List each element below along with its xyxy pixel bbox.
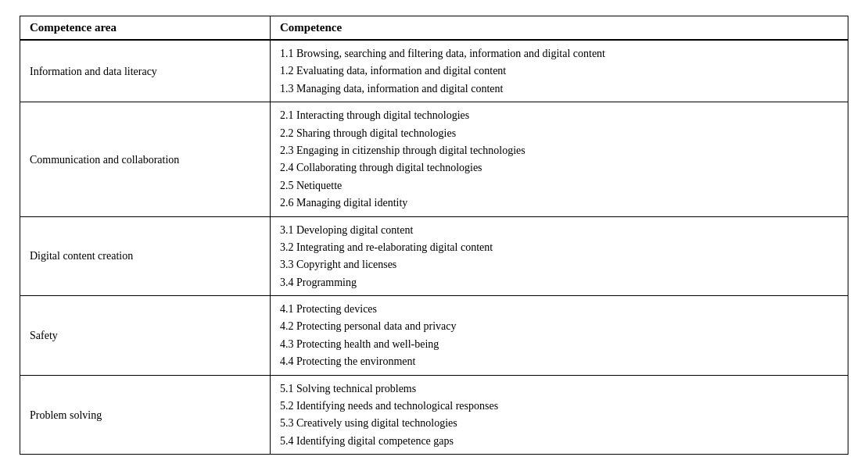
competence-item: 2.5 Netiquette	[280, 177, 838, 195]
competence-item: 2.2 Sharing through digital technologies	[280, 125, 838, 142]
competence-list-cell: 4.1 Protecting devices4.2 Protecting per…	[271, 296, 848, 376]
competence-list-cell: 2.1 Interacting through digital technolo…	[271, 102, 848, 216]
table-row: Communication and collaboration2.1 Inter…	[20, 102, 848, 216]
competence-item: 2.6 Managing digital identity	[280, 195, 838, 212]
table-row: Problem solving5.1 Solving technical pro…	[20, 375, 848, 455]
competence-list-cell: 5.1 Solving technical problems5.2 Identi…	[271, 375, 848, 455]
competence-item: 2.1 Interacting through digital technolo…	[280, 107, 838, 124]
competence-item: 3.1 Developing digital content	[280, 222, 838, 239]
competence-area-cell: Digital content creation	[20, 216, 271, 296]
main-table-container: Competence area Competence Information a…	[20, 16, 848, 455]
table-header-row: Competence area Competence	[20, 16, 848, 41]
competence-area-cell: Safety	[20, 296, 271, 376]
header-competence: Competence	[271, 16, 848, 41]
competence-area-cell: Communication and collaboration	[20, 102, 271, 216]
table-row: Information and data literacy1.1 Browsin…	[20, 40, 848, 102]
competence-item: 1.2 Evaluating data, information and dig…	[280, 62, 838, 80]
competence-item: 4.1 Protecting devices	[280, 301, 838, 318]
competence-list-cell: 1.1 Browsing, searching and filtering da…	[271, 40, 848, 102]
competence-item: 5.4 Identifying digital competence gaps	[280, 433, 838, 450]
competence-list-cell: 3.1 Developing digital content3.2 Integr…	[271, 216, 848, 296]
competence-item: 1.1 Browsing, searching and filtering da…	[280, 45, 838, 62]
competence-item: 2.3 Engaging in citizenship through digi…	[280, 142, 838, 159]
competence-table: Competence area Competence Information a…	[20, 16, 848, 455]
competence-item: 3.4 Programming	[280, 274, 838, 291]
competence-item: 4.4 Protecting the environment	[280, 353, 838, 370]
competence-item: 5.1 Solving technical problems	[280, 380, 838, 398]
competence-item: 3.3 Copyright and licenses	[280, 256, 838, 273]
competence-area-cell: Information and data literacy	[20, 40, 271, 102]
competence-area-cell: Problem solving	[20, 375, 271, 455]
competence-item: 2.4 Collaborating through digital techno…	[280, 159, 838, 177]
competence-item: 4.3 Protecting health and well-being	[280, 336, 838, 353]
competence-item: 5.3 Creatively using digital technologie…	[280, 415, 838, 432]
competence-item: 3.2 Integrating and re-elaborating digit…	[280, 239, 838, 256]
table-row: Safety4.1 Protecting devices4.2 Protecti…	[20, 296, 848, 376]
competence-item: 1.3 Managing data, information and digit…	[280, 80, 838, 98]
header-competence-area: Competence area	[20, 16, 271, 41]
competence-item: 5.2 Identifying needs and technological …	[280, 398, 838, 415]
table-row: Digital content creation3.1 Developing d…	[20, 216, 848, 296]
competence-item: 4.2 Protecting personal data and privacy	[280, 318, 838, 335]
